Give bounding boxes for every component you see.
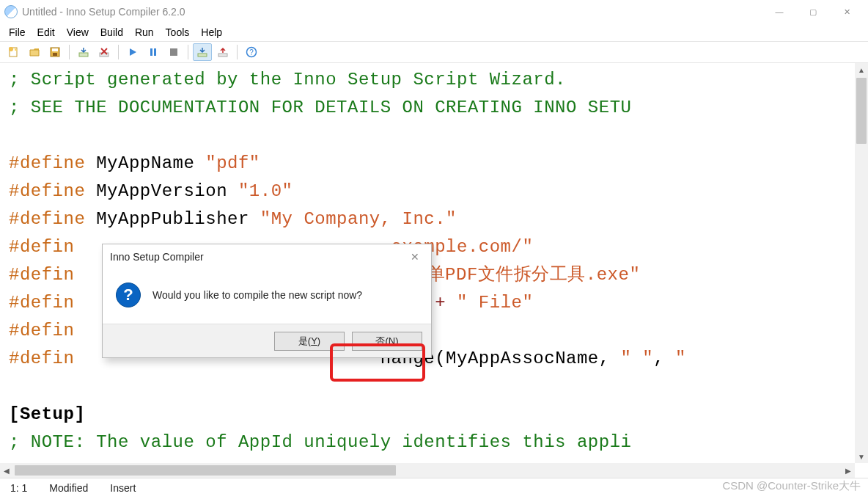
question-icon: ? xyxy=(116,283,141,307)
svg-rect-11 xyxy=(170,48,177,56)
vertical-scrollbar[interactable]: ▲ ▼ xyxy=(855,63,868,463)
pause-icon[interactable] xyxy=(144,43,163,61)
save-icon[interactable] xyxy=(45,43,65,61)
scroll-thumb[interactable] xyxy=(856,78,867,144)
scroll-down-icon[interactable]: ▼ xyxy=(855,450,868,463)
menu-edit[interactable]: Edit xyxy=(33,25,59,40)
dialog-close-icon[interactable]: ✕ xyxy=(406,249,424,264)
svg-rect-13 xyxy=(218,54,227,57)
window-controls: — ▢ ✕ xyxy=(762,1,864,23)
insert-mode: Insert xyxy=(110,482,136,494)
scroll-thumb[interactable] xyxy=(15,465,396,476)
toolbar: ? xyxy=(0,41,868,63)
window-title: Untitled - Inno Setup Compiler 6.2.0 xyxy=(22,6,185,18)
toolbar-separator xyxy=(118,45,119,59)
yes-button[interactable]: 是(Y) xyxy=(274,332,345,351)
svg-rect-10 xyxy=(154,48,156,56)
modified-indicator: Modified xyxy=(49,482,88,494)
new-icon[interactable] xyxy=(4,43,23,61)
step-into-icon[interactable] xyxy=(193,43,212,61)
menu-tools[interactable]: Tools xyxy=(161,25,194,40)
app-icon xyxy=(4,5,18,18)
scroll-up-icon[interactable]: ▲ xyxy=(855,63,868,76)
svg-rect-3 xyxy=(52,48,58,51)
svg-text:?: ? xyxy=(249,48,254,57)
close-button[interactable]: ✕ xyxy=(830,1,864,23)
dialog-title: Inno Setup Compiler xyxy=(110,251,204,263)
stop-icon[interactable] xyxy=(164,43,183,61)
cursor-position: 1: 1 xyxy=(10,482,27,494)
no-button[interactable]: 否(N) xyxy=(352,332,422,351)
dialog-body: ? Would you like to compile the new scri… xyxy=(103,269,431,324)
menu-file[interactable]: File xyxy=(4,25,30,40)
stop-compile-icon[interactable] xyxy=(95,43,114,61)
run-icon[interactable] xyxy=(123,43,142,61)
dialog-message: Would you like to compile the new script… xyxy=(152,289,362,301)
scroll-right-icon[interactable]: ▶ xyxy=(842,463,855,478)
menu-view[interactable]: View xyxy=(62,25,93,40)
minimize-button[interactable]: — xyxy=(762,1,796,23)
toolbar-separator xyxy=(237,45,238,59)
horizontal-scrollbar[interactable]: ◀ ▶ xyxy=(0,463,855,478)
open-icon[interactable] xyxy=(25,43,44,61)
svg-rect-6 xyxy=(100,53,108,57)
maximize-button[interactable]: ▢ xyxy=(796,1,830,23)
status-bar: 1: 1 Modified Insert xyxy=(0,478,868,497)
dialog-footer: 是(Y) 否(N) xyxy=(103,324,431,357)
compile-icon[interactable] xyxy=(74,43,93,61)
menu-build[interactable]: Build xyxy=(96,25,128,40)
toolbar-separator xyxy=(188,45,188,59)
compile-dialog: Inno Setup Compiler ✕ ? Would you like t… xyxy=(102,244,432,358)
svg-rect-12 xyxy=(198,54,207,57)
svg-rect-5 xyxy=(79,53,88,57)
dialog-titlebar: Inno Setup Compiler ✕ xyxy=(103,244,431,269)
help-icon[interactable]: ? xyxy=(242,43,261,61)
svg-rect-4 xyxy=(53,53,57,56)
toolbar-separator xyxy=(69,45,70,59)
svg-rect-9 xyxy=(150,48,152,56)
svg-point-1 xyxy=(9,47,13,51)
scroll-left-icon[interactable]: ◀ xyxy=(0,463,13,478)
title-bar: Untitled - Inno Setup Compiler 6.2.0 — ▢… xyxy=(0,0,868,23)
menu-help[interactable]: Help xyxy=(196,25,227,40)
menu-bar: File Edit View Build Run Tools Help xyxy=(0,23,868,41)
step-out-icon[interactable] xyxy=(213,43,232,61)
menu-run[interactable]: Run xyxy=(130,25,158,40)
